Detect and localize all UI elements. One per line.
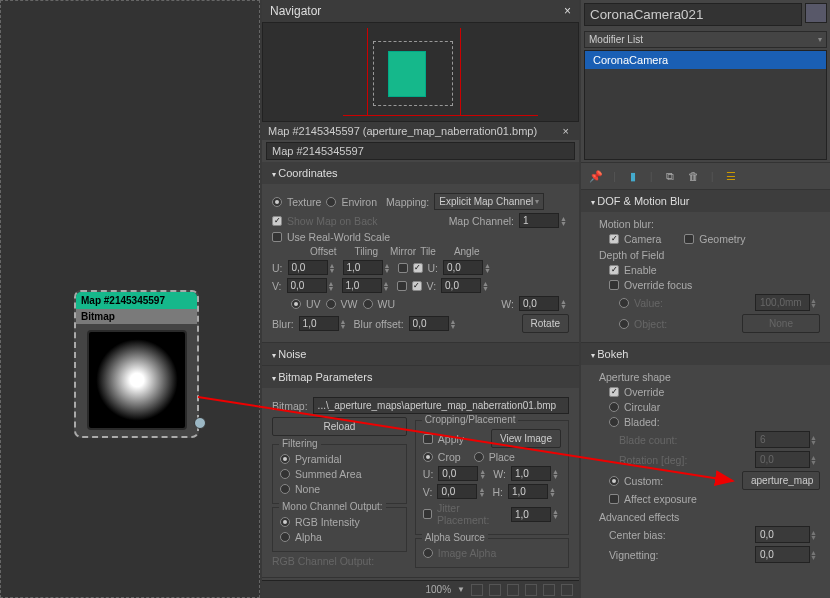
remove-icon[interactable]: 🗑 [687,169,701,183]
crop-radio[interactable] [423,452,433,462]
crop-h-spinner[interactable]: ▲▼ [508,484,558,499]
reload-button[interactable]: Reload [272,417,407,436]
rollout-header[interactable]: DOF & Motion Blur [581,190,830,212]
bladed-radio[interactable] [609,417,619,427]
make-unique-icon[interactable]: ⧉ [663,169,677,183]
blur-spinner[interactable]: ▲▼ [299,316,349,331]
bitmap-node[interactable]: Map #2145345597 Bitmap [74,290,199,438]
override-focus-check[interactable] [609,280,619,290]
modifier-list-dropdown[interactable]: Modifier List [584,31,827,48]
circular-radio[interactable] [609,402,619,412]
v-mirror-check[interactable] [397,281,407,291]
noise-rollout: Noise [262,343,579,366]
close-icon[interactable]: × [559,125,573,137]
crop-v-spinner[interactable]: ▲▼ [437,484,487,499]
rollout-header[interactable]: Bokeh [581,343,830,365]
real-world-check[interactable] [272,232,282,242]
wu-radio[interactable] [363,299,373,309]
configure-icon[interactable]: ☰ [724,169,738,183]
map-name-input[interactable] [266,142,575,160]
v-angle-spinner[interactable]: ▲▼ [441,278,491,293]
u-tiling-spinner[interactable]: ▲▼ [343,260,393,275]
navigator-title-bar[interactable]: Navigator × [262,0,579,22]
alpha-source-group: Alpha Source Image Alpha [415,538,569,568]
modifier-stack-item[interactable]: CoronaCamera [585,51,826,69]
navigator-guide [367,28,368,116]
u-offset-spinner[interactable]: ▲▼ [288,260,338,275]
navigator-guide [343,115,538,116]
v-offset-spinner[interactable]: ▲▼ [287,278,337,293]
status-icon[interactable] [561,584,573,596]
parameter-panel: Navigator × Map #2145345597 (aperture_ma… [262,0,579,598]
material-editor-viewport[interactable]: Map #2145345597 Bitmap [0,0,260,598]
bitmap-params-rollout: Bitmap Parameters Bitmap: ...\_aperture_… [262,366,579,578]
jitter-check[interactable] [423,509,432,519]
map-tab[interactable]: Map #2145345597 (aperture_map_naberratio… [262,122,579,140]
status-icon[interactable] [489,584,501,596]
summed-radio[interactable] [280,469,290,479]
status-icon[interactable] [543,584,555,596]
v-tiling-spinner[interactable]: ▲▼ [342,278,392,293]
focus-value-radio[interactable] [619,298,629,308]
center-bias-spinner[interactable]: ▲▼ [755,526,820,543]
u-mirror-check[interactable] [398,263,408,273]
custom-aperture-radio[interactable] [609,476,619,486]
object-name-input[interactable] [584,3,802,26]
status-icon[interactable] [525,584,537,596]
map-channel-spinner[interactable]: ▲▼ [519,213,569,228]
zoom-level: 100% [426,584,452,595]
filtering-group: Filtering Pyramidal Summed Area None [272,444,407,504]
vw-radio[interactable] [326,299,336,309]
affect-exposure-check[interactable] [609,494,619,504]
v-tile-check[interactable] [412,281,422,291]
navigator-guide [460,28,461,116]
crop-w-spinner[interactable]: ▲▼ [511,466,561,481]
rollout-header[interactable]: Noise [262,343,579,365]
geometry-mb-check[interactable] [684,234,694,244]
object-color-swatch[interactable] [805,3,827,23]
coordinates-rollout: Coordinates Texture Environ Mapping: Exp… [262,162,579,343]
status-icon[interactable] [471,584,483,596]
override-aperture-check[interactable] [609,387,619,397]
custom-map-button[interactable]: aperture_map [742,471,820,490]
node-output-port[interactable] [194,417,206,429]
place-radio[interactable] [474,452,484,462]
show-result-icon[interactable]: ▮ [626,169,640,183]
jitter-spinner[interactable]: ▲▼ [511,507,561,522]
camera-mb-check[interactable] [609,234,619,244]
rollout-header[interactable]: Bitmap Parameters [262,366,579,388]
modifier-stack[interactable]: CoronaCamera [584,50,827,160]
none-radio[interactable] [280,484,290,494]
environ-radio[interactable] [326,197,336,207]
image-alpha-radio[interactable] [423,548,433,558]
show-map-back-check[interactable] [272,216,282,226]
view-image-button[interactable]: View Image [491,429,561,448]
uv-radio[interactable] [291,299,301,309]
dof-enable-check[interactable] [609,265,619,275]
pyramidal-radio[interactable] [280,454,290,464]
status-bar: 100% ▼ [262,580,579,598]
u-angle-spinner[interactable]: ▲▼ [443,260,493,275]
crop-u-spinner[interactable]: ▲▼ [438,466,488,481]
apply-check[interactable] [423,434,433,444]
rollout-header[interactable]: Coordinates [262,162,579,184]
rgb-intensity-radio[interactable] [280,517,290,527]
alpha-radio[interactable] [280,532,290,542]
blur-offset-spinner[interactable]: ▲▼ [409,316,459,331]
focus-object-button: None [742,314,820,333]
u-tile-check[interactable] [413,263,423,273]
mapping-dropdown[interactable]: Explicit Map Channel [434,193,544,210]
rotate-button[interactable]: Rotate [522,314,569,333]
bokeh-rollout: Bokeh Aperture shape Override Circular B… [581,343,830,565]
chevron-down-icon[interactable]: ▼ [457,585,465,594]
status-icon[interactable] [507,584,519,596]
blade-count-spinner: ▲▼ [755,431,820,448]
vignetting-spinner[interactable]: ▲▼ [755,546,820,563]
w-angle-spinner[interactable]: ▲▼ [519,296,569,311]
bitmap-path-button[interactable]: ...\_aperture_maps\aperture_map_naberrat… [313,397,569,414]
pin-icon[interactable]: 📌 [589,169,603,183]
focus-object-radio[interactable] [619,319,629,329]
navigator-view[interactable] [262,22,579,122]
close-icon[interactable]: × [564,4,571,18]
texture-radio[interactable] [272,197,282,207]
